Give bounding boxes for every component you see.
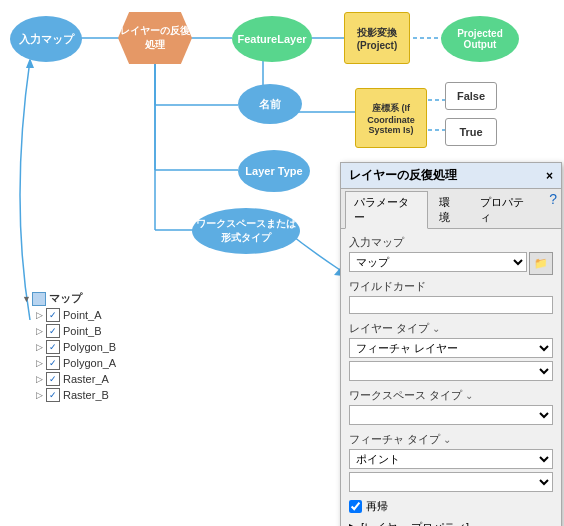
tree-checkbox[interactable]: ✓ <box>46 356 60 370</box>
tree-item-arrow: ▷ <box>36 326 46 336</box>
input-map-label: 入力マップ <box>349 235 553 250</box>
input-map-row: 入力マップ マップ 📁 <box>349 235 553 275</box>
node-feature-layer: FeatureLayer <box>232 16 312 62</box>
node-input-map: 入力マップ <box>10 16 82 62</box>
layer-type-select[interactable]: フィーチャ レイヤー <box>349 338 553 358</box>
wildcard-label: ワイルドカード <box>349 279 553 294</box>
workspace-type-chevron: ⌄ <box>465 390 473 401</box>
tree-checkbox[interactable]: ✓ <box>46 340 60 354</box>
tree-item: ▷ ✓ Point_B <box>22 323 116 339</box>
recursive-label: 再帰 <box>366 499 388 514</box>
wildcard-row: ワイルドカード <box>349 279 553 317</box>
tree-panel: ▼ マップ ▷ ✓ Point_A ▷ ✓ Point_B ▷ ✓ Polygo… <box>22 290 116 403</box>
recursive-checkbox[interactable] <box>349 500 362 513</box>
tree-root: ▼ マップ <box>22 290 116 307</box>
layer-type-select2[interactable] <box>349 361 553 381</box>
tree-item: ▷ ✓ Polygon_B <box>22 339 116 355</box>
workspace-type-row: ワークスペース タイプ ⌄ <box>349 388 553 428</box>
tree-root-label: マップ <box>49 291 82 306</box>
wildcard-input[interactable] <box>349 296 553 314</box>
feature-type-row: フィーチャ タイプ ⌄ ポイント <box>349 432 553 495</box>
canvas: 入力マップ レイヤーの反復処理 FeatureLayer 投影変換 (Proje… <box>0 0 564 526</box>
layer-props-label: [レイヤー プロパティ] <box>361 520 469 526</box>
tab-parameters[interactable]: パラメーター <box>345 191 428 229</box>
layer-type-row: レイヤー タイプ ⌄ フィーチャ レイヤー <box>349 321 553 384</box>
tab-environment[interactable]: 環境 <box>430 191 470 228</box>
node-projected-output: Projected Output <box>441 16 519 62</box>
panel-tabs: パラメーター 環境 プロパティ ? <box>341 189 561 229</box>
node-coordinate-system: 座標系 (If Coordinate System Is) <box>355 88 427 148</box>
feature-type-select[interactable]: ポイント <box>349 449 553 469</box>
tree-root-arrow[interactable]: ▼ <box>22 294 32 304</box>
layer-props-row[interactable]: ▶ [レイヤー プロパティ] <box>349 518 553 526</box>
panel-body: 入力マップ マップ 📁 ワイルドカード レイヤー タイプ ⌄ <box>341 229 561 526</box>
tree-item: ▷ ✓ Raster_B <box>22 387 116 403</box>
tree-item-arrow: ▷ <box>36 310 46 320</box>
panel-header: レイヤーの反復処理 × <box>341 163 561 189</box>
help-icon[interactable]: ? <box>549 191 557 228</box>
layer-type-chevron: ⌄ <box>432 323 440 334</box>
node-true: True <box>445 118 497 146</box>
tree-checkbox[interactable]: ✓ <box>46 324 60 338</box>
tree-item-arrow: ▷ <box>36 342 46 352</box>
layer-type-label: レイヤー タイプ ⌄ <box>349 321 553 336</box>
node-project: 投影変換 (Project) <box>344 12 410 64</box>
tree-item-arrow: ▷ <box>36 390 46 400</box>
tree-item-arrow: ▷ <box>36 358 46 368</box>
node-name: 名前 <box>238 84 302 124</box>
workspace-type-label: ワークスペース タイプ ⌄ <box>349 388 553 403</box>
tree-checkbox[interactable]: ✓ <box>46 372 60 386</box>
tree-item: ▷ ✓ Polygon_A <box>22 355 116 371</box>
node-false: False <box>445 82 497 110</box>
map-icon <box>32 292 46 306</box>
input-map-browse-button[interactable]: 📁 <box>529 252 553 275</box>
layer-props-arrow: ▶ <box>349 521 357 526</box>
feature-type-chevron: ⌄ <box>443 434 451 445</box>
tab-properties[interactable]: プロパティ <box>471 191 543 228</box>
node-layer-iterate: レイヤーの反復処理 <box>118 12 192 64</box>
tree-checkbox[interactable]: ✓ <box>46 308 60 322</box>
node-workspace-type: ワークスペースまたは 形式タイプ <box>192 208 300 254</box>
panel-title: レイヤーの反復処理 <box>349 167 457 184</box>
workspace-type-select[interactable] <box>349 405 553 425</box>
feature-type-label: フィーチャ タイプ ⌄ <box>349 432 553 447</box>
tree-checkbox[interactable]: ✓ <box>46 388 60 402</box>
tree-item: ▷ ✓ Raster_A <box>22 371 116 387</box>
tree-item-arrow: ▷ <box>36 374 46 384</box>
input-map-select[interactable]: マップ <box>349 252 527 272</box>
parameter-panel: レイヤーの反復処理 × パラメーター 環境 プロパティ ? 入力マップ マップ … <box>340 162 562 526</box>
recursive-row: 再帰 <box>349 499 553 514</box>
panel-close-button[interactable]: × <box>546 169 553 183</box>
feature-type-select2[interactable] <box>349 472 553 492</box>
node-layer-type: Layer Type <box>238 150 310 192</box>
tree-item: ▷ ✓ Point_A <box>22 307 116 323</box>
